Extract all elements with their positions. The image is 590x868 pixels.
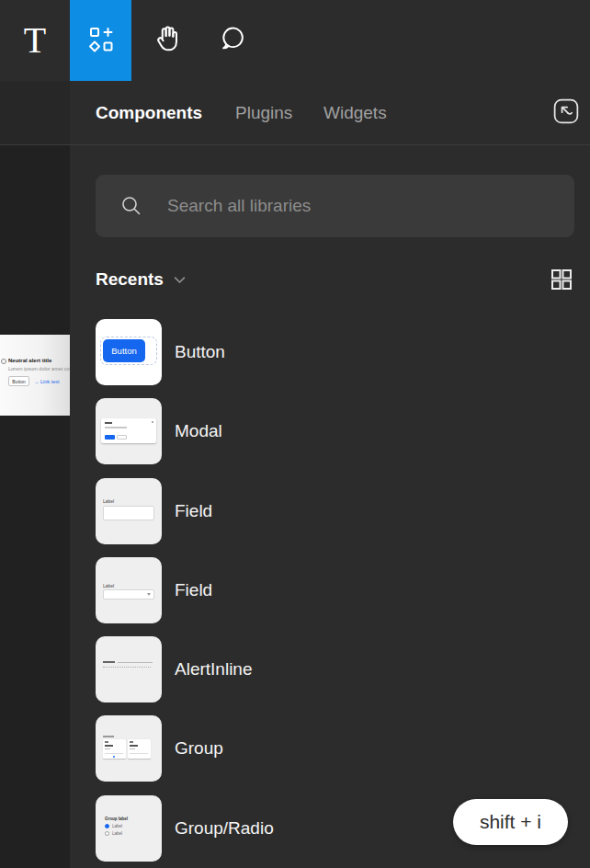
component-thumbnail[interactable] (96, 398, 162, 464)
mini-input-preview (103, 506, 154, 520)
text-tool-icon: T (24, 22, 46, 59)
comment-bubble-icon (218, 24, 247, 57)
component-name: Field (175, 501, 212, 521)
header-divider (0, 144, 590, 145)
tab-widgets[interactable]: Widgets (323, 81, 387, 145)
canvas[interactable]: Neutral alert title Lorem ipsum dolor am… (0, 81, 70, 868)
mini-select-preview (103, 589, 154, 600)
list-item-alertinline[interactable]: AlertInline (96, 636, 274, 702)
list-item-button[interactable]: Button Button (96, 319, 274, 385)
arrow-right-icon: → (34, 379, 40, 384)
chevron-down-icon (174, 271, 186, 288)
search-bar (96, 175, 574, 237)
hand-icon (153, 23, 184, 58)
mini-modal-preview (101, 418, 156, 443)
component-list: Button Button Modal Label (96, 319, 274, 862)
tab-components[interactable]: Components (96, 81, 202, 145)
comment-tool-button[interactable] (207, 0, 258, 81)
recents-label: Recents (96, 269, 164, 290)
alert-link: → Link text (34, 379, 60, 384)
mini-radio-group-label: Group label (105, 817, 128, 821)
caret-down-icon (147, 593, 151, 596)
component-name: Field (175, 580, 212, 600)
search-input[interactable] (96, 175, 574, 237)
component-name: Group/Radio (175, 818, 274, 839)
list-item-field[interactable]: Label Field (96, 478, 274, 544)
alert-button: Button (8, 376, 29, 386)
component-name: AlertInline (175, 659, 253, 680)
info-icon (1, 359, 6, 364)
tab-plugins[interactable]: Plugins (235, 81, 292, 145)
recents-header: Recents (96, 265, 574, 294)
component-thumbnail[interactable]: Group label Label Label (96, 795, 162, 862)
grid-view-button[interactable] (550, 268, 573, 291)
toolbar: T (0, 0, 590, 81)
component-thumbnail[interactable]: Button (96, 319, 162, 385)
recents-dropdown-toggle[interactable]: Recents (96, 265, 186, 294)
component-thumbnail[interactable] (96, 715, 162, 782)
radio-unselected-icon (105, 831, 109, 836)
mini-alert-preview (103, 661, 115, 663)
figma-window: T (0, 0, 590, 868)
component-name: Group (175, 738, 223, 759)
list-item-modal[interactable]: Modal (96, 398, 274, 464)
alert-title: Neutral alert title (8, 358, 51, 363)
component-thumbnail[interactable] (96, 636, 162, 702)
list-item-field-select[interactable]: Label Field (96, 557, 274, 623)
list-item-group-radio[interactable]: Group label Label Label Group/Radio (96, 795, 274, 862)
popout-arrow-icon (550, 96, 582, 131)
mini-group-preview (103, 736, 114, 737)
shortcut-hint-badge: shift + i (453, 799, 568, 845)
component-name: Modal (175, 421, 222, 441)
alert-body: Lorem ipsum dolor amet consect (8, 366, 70, 371)
list-item-group[interactable]: Group (96, 715, 274, 782)
component-name: Button (175, 342, 225, 362)
popout-panel-button[interactable] (550, 97, 582, 129)
hand-tool-button[interactable] (142, 0, 194, 81)
assets-panel: Components Plugins Widgets (70, 81, 590, 868)
mini-button-preview: Button (103, 339, 145, 362)
assets-icon (86, 24, 116, 57)
mini-field-label: Label (103, 498, 114, 504)
text-tool-button[interactable]: T (9, 0, 61, 81)
mini-field-label: Label (103, 583, 114, 588)
canvas-alert-card[interactable]: Neutral alert title Lorem ipsum dolor am… (0, 335, 70, 416)
component-thumbnail[interactable]: Label (96, 478, 162, 544)
assets-tool-button[interactable] (70, 0, 131, 81)
radio-selected-icon (105, 824, 109, 828)
component-thumbnail[interactable]: Label (96, 557, 162, 623)
canvas-upper-region (0, 81, 70, 145)
